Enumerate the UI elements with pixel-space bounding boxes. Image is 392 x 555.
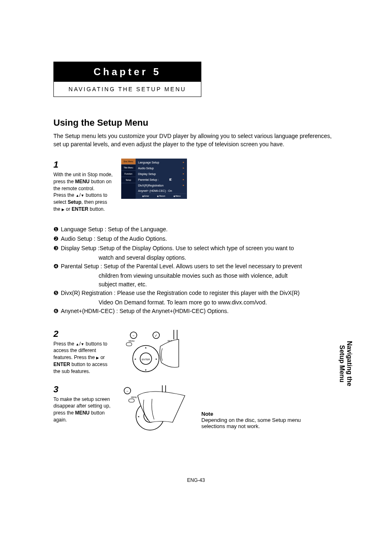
svg-text:−: − bbox=[126, 389, 128, 393]
section-title: Using the Setup Menu bbox=[53, 117, 339, 128]
step-2-text: 2 Press the / buttons to access the diff… bbox=[53, 328, 115, 375]
svg-text:◂: ◂ bbox=[134, 357, 136, 360]
step-2: 2 Press the / buttons to access the diff… bbox=[53, 328, 339, 377]
menu-left-function: Function bbox=[121, 171, 136, 177]
step-3-text: 3 To make the setup screen disappear aft… bbox=[53, 383, 115, 424]
page-number: ENG-43 bbox=[0, 477, 392, 483]
down-arrow-icon bbox=[81, 192, 84, 198]
chapter-heading-box: Chapter 5 NAVIGATING THE SETUP MENU bbox=[53, 62, 201, 97]
svg-rect-19 bbox=[129, 399, 134, 402]
svg-text:◂: ◂ bbox=[138, 415, 139, 418]
menu-left-title: Title Menu bbox=[121, 165, 136, 171]
step-1-number: 1 bbox=[53, 159, 115, 171]
side-tab: Navigating theSetup Menu bbox=[339, 341, 353, 386]
note-body: Depending on the disc, some Setup menu s… bbox=[201, 417, 308, 429]
setup-menu-screenshot: Disc Menu Title Menu Function Setup Lang… bbox=[121, 159, 187, 199]
svg-rect-6 bbox=[126, 343, 132, 346]
svg-text:−: − bbox=[132, 334, 134, 338]
note-section: Note Depending on the disc, some Setup m… bbox=[201, 411, 308, 429]
down-arrow-icon bbox=[81, 341, 84, 347]
svg-text:MENU: MENU bbox=[131, 396, 137, 398]
svg-text:▴: ▴ bbox=[145, 346, 147, 349]
remote-illustration-1: − ✓ MENU RETU ENTER ▴ ▾ ◂ ▸ bbox=[121, 328, 187, 377]
svg-text:▸: ▸ bbox=[156, 357, 157, 360]
intro-paragraph: The Setup menu lets you customize your D… bbox=[53, 132, 339, 148]
step-2-number: 2 bbox=[53, 328, 115, 341]
remote-illustration-2: − MENU ▴ ◂ bbox=[121, 383, 187, 433]
svg-text:MENU: MENU bbox=[129, 340, 135, 342]
svg-text:▾: ▾ bbox=[145, 368, 147, 371]
menu-left-disc: Disc Menu bbox=[121, 159, 136, 165]
chapter-title: Chapter 5 bbox=[54, 62, 201, 82]
right-arrow-icon bbox=[96, 355, 99, 360]
step-1: 1 With the unit in Stop mode, press the … bbox=[53, 159, 339, 213]
note-title: Note bbox=[201, 411, 308, 417]
right-arrow-icon bbox=[62, 206, 65, 212]
step-1-text: 1 With the unit in Stop mode, press the … bbox=[53, 159, 115, 213]
svg-text:✓: ✓ bbox=[154, 334, 158, 338]
step-3-number: 3 bbox=[53, 383, 115, 396]
up-arrow-icon bbox=[76, 341, 79, 347]
definitions-list: ❶Language Setup : Setup of the Language.… bbox=[53, 225, 339, 315]
menu-left-setup: Setup bbox=[121, 177, 136, 183]
up-arrow-icon bbox=[76, 192, 79, 198]
svg-text:ENTER: ENTER bbox=[142, 358, 150, 361]
chapter-subtitle: NAVIGATING THE SETUP MENU bbox=[54, 82, 201, 97]
